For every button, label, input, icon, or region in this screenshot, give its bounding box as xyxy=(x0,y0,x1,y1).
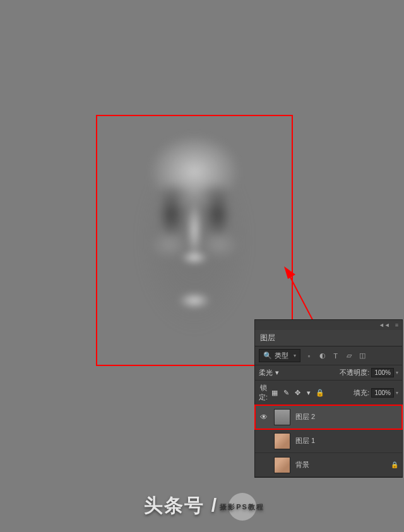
panel-tab-layers[interactable]: 图层 xyxy=(255,330,402,346)
filter-type-icon[interactable]: T xyxy=(331,351,340,360)
lock-label: 锁定: xyxy=(259,383,268,402)
panel-menu-icon[interactable]: ≡ xyxy=(395,322,398,328)
search-icon: 🔍 xyxy=(263,352,272,360)
lock-fill-row: 锁定: ▦ ✎ ✥ ▾ 🔒 填充: 100% ▾ xyxy=(255,381,402,405)
layer-thumbnail[interactable] xyxy=(274,433,290,449)
visibility-eye-icon[interactable]: 👁 xyxy=(259,412,269,422)
layer-thumbnail[interactable] xyxy=(274,457,290,473)
panel-title: 图层 xyxy=(260,333,275,342)
blend-mode-dropdown[interactable]: 柔光 ▾ xyxy=(259,368,279,377)
lock-pixels-icon[interactable]: ▦ xyxy=(270,389,279,397)
filter-shape-icon[interactable]: ▱ xyxy=(344,351,354,360)
blend-opacity-row: 柔光 ▾ 不透明度: 100% ▾ xyxy=(255,365,402,381)
layer-item-layer1[interactable]: 👁 图层 1 xyxy=(255,429,402,453)
lock-indicator-icon: 🔒 xyxy=(391,461,398,468)
watermark-left: 头条号 / xyxy=(144,495,218,516)
layer-name[interactable]: 图层 1 xyxy=(295,436,398,446)
lock-nest-icon[interactable]: ▾ xyxy=(304,389,313,397)
lock-position-icon[interactable]: ✥ xyxy=(293,389,302,397)
layer-item-background[interactable]: 👁 背景 🔒 xyxy=(255,453,402,477)
wechat-badge-icon: 摄影PS教程 xyxy=(229,493,256,521)
visibility-eye-icon[interactable]: 👁 xyxy=(259,436,269,446)
filter-smartobject-icon[interactable]: ◫ xyxy=(357,351,367,360)
lock-brush-icon[interactable]: ✎ xyxy=(282,389,290,397)
chevron-down-icon[interactable]: ▾ xyxy=(396,390,398,396)
chevron-down-icon[interactable]: ▾ xyxy=(396,370,398,375)
panel-collapse-icon[interactable]: ◄◄ xyxy=(379,322,390,328)
type-filter-label: 类型 xyxy=(275,351,288,360)
visibility-eye-icon[interactable]: 👁 xyxy=(259,460,269,470)
type-filter-dropdown[interactable]: 🔍 类型 ▾ xyxy=(259,349,300,362)
layers-panel[interactable]: ◄◄ ≡ 图层 🔍 类型 ▾ ▫ ◐ T ▱ ◫ 柔光 ▾ 不透明度: 100%… xyxy=(254,319,403,478)
filter-image-icon[interactable]: ▫ xyxy=(304,351,314,360)
layer-item-layer2[interactable]: 👁 图层 2 xyxy=(255,405,402,429)
layer-name[interactable]: 图层 2 xyxy=(295,412,398,422)
lock-all-icon[interactable]: 🔒 xyxy=(316,389,324,397)
canvas-artwork xyxy=(112,133,276,348)
chevron-down-icon: ▾ xyxy=(294,353,296,358)
filter-adjustment-icon[interactable]: ◐ xyxy=(318,351,327,360)
layer-filter-row: 🔍 类型 ▾ ▫ ◐ T ▱ ◫ xyxy=(255,346,402,365)
opacity-value[interactable]: 100% xyxy=(371,368,394,377)
watermark: 头条号 / 摄影PS教程 xyxy=(0,482,404,532)
fill-value[interactable]: 100% xyxy=(371,388,394,398)
fill-label: 填充: xyxy=(354,388,369,398)
chevron-down-icon: ▾ xyxy=(275,369,279,377)
layer-thumbnail[interactable] xyxy=(274,409,290,425)
blend-mode-value: 柔光 xyxy=(259,368,273,377)
layer-name[interactable]: 背景 xyxy=(295,460,386,470)
opacity-label: 不透明度: xyxy=(340,368,369,377)
panel-controls: ◄◄ ≡ xyxy=(255,320,402,330)
layer-list: 👁 图层 2 👁 图层 1 👁 背景 🔒 xyxy=(255,405,402,477)
